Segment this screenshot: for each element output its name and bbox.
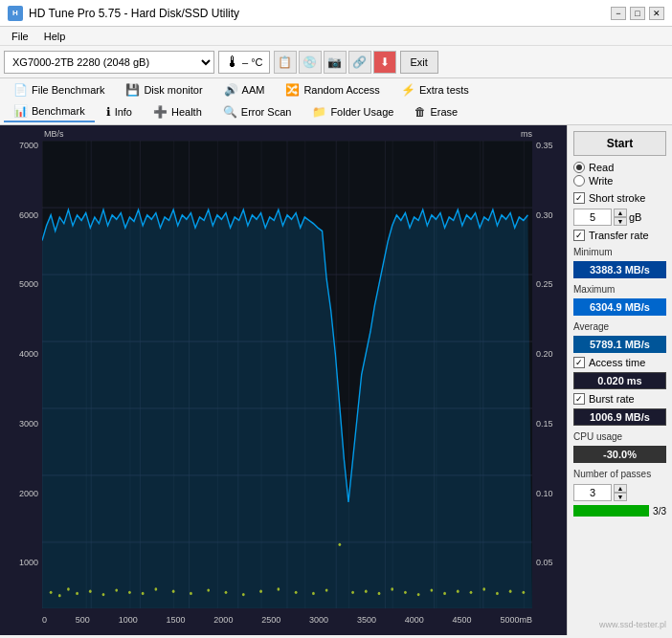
passes-input[interactable] [573,484,612,501]
tab-health[interactable]: ➕ Health [144,102,212,121]
read-radio-circle [573,162,585,173]
short-stroke-spinbox-buttons: ▲ ▼ [614,209,627,226]
average-label: Average [573,321,666,332]
passes-up-button[interactable]: ▲ [614,484,627,493]
burst-rate-value: 1006.9 MB/s [573,408,666,426]
tab-file-benchmark-label: File Benchmark [32,84,104,96]
tab-disk-monitor-label: Disk monitor [144,84,202,96]
tab-aam-label: AAM [242,84,265,96]
benchmark-chart [42,141,532,608]
write-radio-label: Write [589,175,613,187]
chart-canvas [42,141,532,608]
tab-health-label: Health [171,106,202,118]
y-axis-left: 7000 6000 5000 4000 3000 2000 1000 [4,141,42,627]
toolbar-icon-3[interactable]: 📷 [324,51,347,74]
error-scan-icon: 🔍 [223,105,237,119]
exit-button[interactable]: Exit [400,51,438,74]
passes-spinbox-row: ▲ ▼ [573,484,666,501]
title-bar: H HD Tune Pro 5.75 - Hard Disk/SSD Utili… [0,0,672,27]
tab-file-benchmark[interactable]: 📄 File Benchmark [4,80,114,99]
benchmark-icon: 📊 [13,104,28,118]
passes-progress-bar [573,505,649,517]
erase-icon: 🗑 [414,105,426,119]
burst-rate-label: Burst rate [589,393,635,405]
tab-benchmark-label: Benchmark [32,105,85,117]
short-stroke-down-button[interactable]: ▼ [614,217,627,226]
temperature-display: 🌡 – °C [218,51,270,74]
health-icon: ➕ [153,105,168,119]
info-icon: ℹ [106,105,111,119]
read-radio-dot [576,165,582,170]
read-radio[interactable]: Read [573,162,666,173]
menu-bar: File Help [0,27,672,46]
tab-random-access-label: Random Access [303,84,379,96]
toolbar-icon-4[interactable]: 🔗 [348,51,371,74]
transfer-rate-check: ✓ [573,230,585,241]
transfer-rate-fill [42,209,532,608]
title-bar-left: H HD Tune Pro 5.75 - Hard Disk/SSD Utili… [8,6,239,21]
tab-info-label: Info [115,106,132,118]
short-stroke-up-button[interactable]: ▲ [614,209,627,217]
transfer-rate-label: Transfer rate [589,230,649,241]
tabs-area: 📄 File Benchmark 💾 Disk monitor 🔊 AAM 🔀 … [0,78,672,125]
cpu-usage-value: -30.0% [573,446,666,463]
tab-benchmark[interactable]: 📊 Benchmark [4,101,95,122]
menu-file[interactable]: File [4,29,36,44]
tab-erase[interactable]: 🗑 Erase [405,102,467,121]
tab-info[interactable]: ℹ Info [97,102,142,121]
tab-random-access[interactable]: 🔀 Random Access [276,80,389,99]
toolbar-icon-2[interactable]: 💿 [299,51,322,74]
average-value: 5789.1 MB/s [573,336,666,353]
passes-spinbox-buttons: ▲ ▼ [614,484,627,501]
toolbar-icon-5[interactable]: ⬇ [373,51,396,74]
minimum-value: 3388.3 MB/s [573,261,666,278]
minimize-button[interactable]: − [611,7,626,20]
start-button[interactable]: Start [573,131,666,156]
toolbar-icons: 📋 💿 📷 🔗 ⬇ [274,51,396,74]
short-stroke-input[interactable] [573,209,612,226]
extra-tests-icon: ⚡ [401,83,415,97]
passes-fill [573,505,649,517]
short-stroke-check: ✓ [573,192,585,204]
title-text: HD Tune Pro 5.75 - Hard Disk/SSD Utility [29,7,239,20]
tab-disk-monitor[interactable]: 💾 Disk monitor [116,80,212,99]
maximum-label: Maximum [573,284,666,295]
toolbar-icon-1[interactable]: 📋 [274,51,297,74]
minimum-label: Minimum [573,247,666,257]
burst-rate-checkbox[interactable]: ✓ Burst rate [573,393,666,405]
access-time-checkbox[interactable]: ✓ Access time [573,357,666,368]
main-content: MB/s ms 7000 6000 5000 4000 3000 2000 10… [0,125,672,635]
tab-error-scan[interactable]: 🔍 Error Scan [213,102,302,121]
close-button[interactable]: ✕ [649,7,664,20]
temp-value: – °C [242,56,263,68]
tab-extra-tests[interactable]: ⚡ Extra tests [392,80,479,99]
transfer-rate-checkbox[interactable]: ✓ Transfer rate [573,230,666,241]
short-stroke-checkbox[interactable]: ✓ Short stroke [573,192,666,204]
access-time-value: 0.020 ms [573,372,666,389]
cpu-usage-label: CPU usage [573,431,666,442]
passes-down-button[interactable]: ▼ [614,493,627,501]
drive-selector[interactable]: XG7000-2TB 2280 (2048 gB) [4,51,214,74]
tabs-row-2: 📊 Benchmark ℹ Info ➕ Health 🔍 Error Scan… [4,101,668,122]
maximize-button[interactable]: □ [630,7,645,20]
chart-area: MB/s ms 7000 6000 5000 4000 3000 2000 10… [0,125,567,635]
chart-y-right-unit: ms [521,129,532,139]
passes-display: 3/3 [653,506,666,517]
toolbar: XG7000-2TB 2280 (2048 gB) 🌡 – °C 📋 💿 📷 🔗… [0,46,672,78]
chart-y-left-unit: MB/s [44,129,64,139]
passes-progress-container: 3/3 [573,505,666,517]
access-time-check: ✓ [573,357,585,368]
watermark: www.ssd-tester.pl [573,616,666,629]
tab-folder-usage[interactable]: 📁 Folder Usage [302,102,403,121]
tab-error-scan-label: Error Scan [241,106,292,118]
app-icon: H [8,6,23,21]
short-stroke-label: Short stroke [589,192,645,204]
tab-erase-label: Erase [430,106,458,118]
menu-help[interactable]: Help [36,29,74,44]
folder-usage-icon: 📁 [312,105,326,119]
aam-icon: 🔊 [224,83,238,97]
maximum-value: 6304.9 MB/s [573,298,666,316]
tab-aam[interactable]: 🔊 AAM [214,80,275,99]
write-radio[interactable]: Write [573,175,666,187]
title-controls[interactable]: − □ ✕ [611,7,664,20]
